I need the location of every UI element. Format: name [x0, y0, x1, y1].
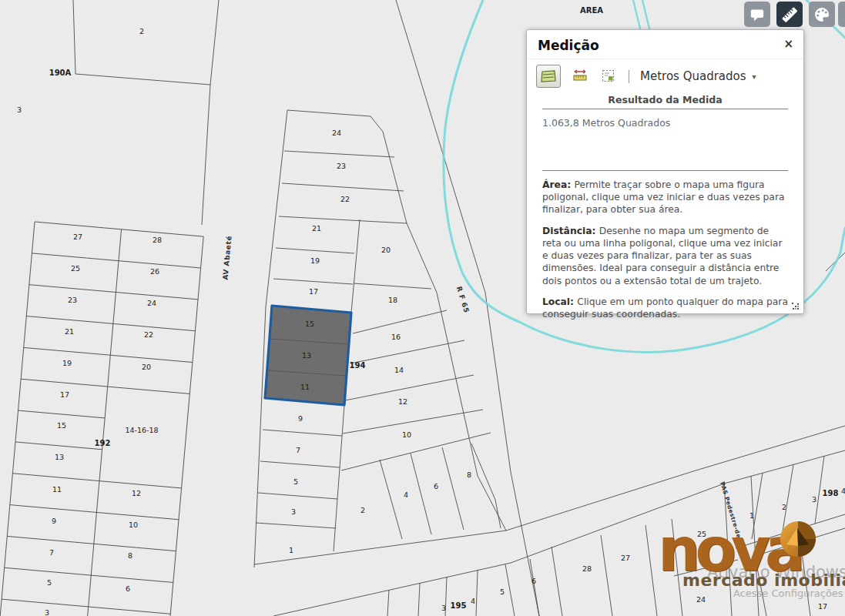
unit-dropdown[interactable]: Metros Quadrados ▾	[640, 69, 756, 83]
map-lot-label: 6	[434, 482, 438, 490]
coordinates-grid-icon	[601, 69, 616, 84]
chat-bubble-icon	[747, 5, 767, 25]
panel-header: Medição ×	[527, 30, 803, 59]
chevron-down-icon: ▾	[753, 72, 756, 81]
distance-ruler-icon	[572, 69, 588, 84]
measurement-panel: Medição ×	[526, 29, 804, 314]
help-term: Distância:	[542, 226, 599, 236]
map-lot-label: 14-16-18	[125, 426, 158, 434]
map-lot-label: 15	[57, 421, 66, 430]
map-lot-label: 23	[337, 162, 346, 170]
map-lot-label: 28	[582, 564, 592, 573]
map-lot-label: 24	[696, 595, 706, 604]
app-stage: 2190A3AREA27282526232421221920171514-16-…	[0, 0, 845, 616]
map-lot-label: 22	[340, 195, 350, 203]
map-street-label: PAS Pedestre-de	[719, 481, 743, 539]
map-lot-label: 22	[144, 330, 153, 339]
map-lot-label: 20	[381, 246, 391, 254]
more-button[interactable]	[838, 2, 845, 27]
map-lot-label: 17	[60, 390, 69, 399]
map-lot-label: 10	[402, 430, 411, 439]
unit-dropdown-value: Metros Quadrados	[640, 69, 746, 83]
map-lot-label: 2	[360, 506, 365, 514]
measure-toolbar: Metros Quadrados ▾	[527, 59, 803, 91]
map-lot-label: 12	[132, 489, 141, 497]
palette-icon	[812, 5, 832, 25]
map-lot-label: 5	[500, 588, 505, 596]
map-lot-label: 190A	[49, 69, 72, 77]
map-lot-label: 10	[129, 521, 138, 529]
map-lot-label: 1	[289, 546, 293, 554]
map-lot-label: 26	[150, 267, 159, 276]
panel-divider	[542, 170, 788, 171]
map-street-label: R F 65	[455, 286, 471, 314]
map-lot-label: 14	[394, 366, 404, 374]
map-lot-label: 12	[398, 397, 407, 406]
map-lot-label: 9	[298, 414, 303, 423]
measure-button[interactable]	[776, 2, 803, 27]
map-lot-label: 19	[62, 359, 72, 367]
help-paragraph: Local: Clique em um ponto qualquer do ma…	[542, 296, 788, 320]
map-lot-label: 4	[404, 490, 408, 499]
comment-button[interactable]	[744, 2, 770, 27]
windows-watermark-line1: Ativar o Windows	[707, 563, 845, 581]
map-lot-label: 4	[841, 487, 845, 495]
map-lot-label: 2	[139, 27, 144, 35]
help-term: Área:	[542, 179, 574, 190]
map-lot-label: 16	[391, 333, 401, 341]
map-lot-label: 13	[55, 453, 64, 461]
distance-tool-button[interactable]	[571, 67, 589, 85]
close-icon[interactable]: ×	[783, 37, 793, 51]
map-lot-label: 3	[45, 608, 49, 616]
map-lot-label: 20	[142, 363, 151, 371]
map-lot-label: 6	[126, 584, 130, 593]
map-lot-label: 27	[621, 554, 630, 562]
map-lot-label: 3	[812, 495, 816, 504]
map-lot-label: 19	[310, 256, 320, 265]
help-section: Área: Permite traçar sobre o mapa uma fi…	[542, 179, 788, 320]
panel-title: Medição	[538, 38, 599, 53]
map-lot-label: 9	[52, 517, 56, 525]
map-lot-label: 27	[73, 233, 82, 241]
resize-handle[interactable]	[792, 303, 800, 310]
help-paragraph: Distância: Desenhe no mapa um segmento d…	[542, 225, 788, 287]
map-lot-label: AREA	[580, 6, 603, 15]
map-lot-label: 198	[823, 489, 839, 497]
help-term: Local:	[542, 296, 577, 307]
map-lot-label: 28	[153, 236, 162, 244]
map-lot-label: 25	[71, 264, 80, 273]
ruler-icon	[779, 4, 800, 25]
map-lot-label: 3	[17, 105, 22, 114]
area-tool-button[interactable]	[536, 65, 561, 88]
map-lot-label: 8	[128, 551, 132, 560]
map-lot-label: 11	[52, 485, 62, 494]
map-lot-label: 194	[350, 361, 366, 370]
map-lot-label: 18	[388, 296, 397, 304]
measured-parcel-highlight[interactable]	[265, 306, 351, 405]
map-lot-label: 17	[309, 287, 318, 296]
map-lot-label: 24	[147, 299, 156, 307]
map-lot-label: 7	[49, 548, 54, 557]
map-lot-label: 4	[471, 597, 475, 605]
result-heading: Resultado da Medida	[542, 94, 788, 109]
windows-watermark-line2: Acesse Configurações p	[733, 588, 845, 599]
style-button[interactable]	[809, 2, 835, 27]
map-lot-label: 8	[467, 470, 471, 479]
map-lot-label: 25	[697, 530, 706, 538]
map-lot-label: 21	[65, 327, 74, 336]
map-lot-label: 3	[291, 507, 296, 516]
result-value: 1.063,8 Metros Quadrados	[542, 117, 788, 129]
map-lot-label: 23	[68, 296, 77, 304]
map-lot-label: 195	[451, 601, 467, 610]
map-street-label: AV Abaeté	[222, 235, 233, 280]
map-lot-label: 7	[296, 446, 300, 454]
help-paragraph: Área: Permite traçar sobre o mapa uma fi…	[542, 179, 788, 216]
map-lot-label: 21	[312, 224, 321, 233]
map-lot-label: 17	[818, 602, 827, 611]
map-lot-label: 5	[47, 578, 52, 587]
map-lot-label: 5	[293, 477, 298, 486]
toolbar-separator	[629, 70, 629, 83]
map-lot-label: 24	[332, 129, 341, 137]
area-icon	[540, 69, 557, 84]
location-tool-button[interactable]	[599, 67, 618, 85]
